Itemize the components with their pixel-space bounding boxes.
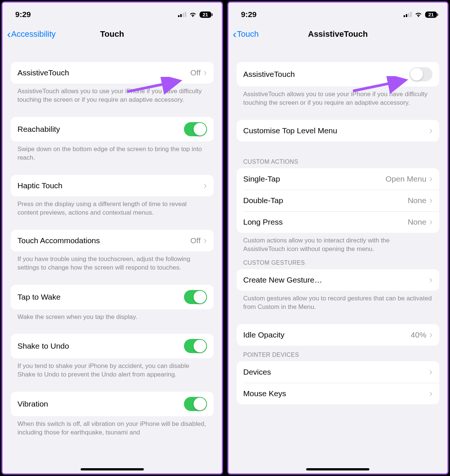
status-icons: 21 [404, 12, 437, 18]
cellular-icon [404, 12, 412, 17]
row-value: 40% [411, 330, 426, 339]
toggle-reachability[interactable] [184, 122, 207, 136]
row-label: Customise Top Level Menu [243, 126, 430, 135]
row-long-press[interactable]: Long Press None › [237, 211, 440, 233]
phone-left: 9:29 21 ‹ Accessibility Touch AssistiveT… [1, 1, 223, 475]
row-label: Mouse Keys [243, 389, 430, 398]
row-assistivetouch-toggle[interactable]: AssistiveTouch [237, 62, 440, 87]
row-vibration[interactable]: Vibration [11, 392, 214, 416]
back-button[interactable]: ‹ Touch [233, 29, 259, 39]
group-reach: Reachability [11, 117, 214, 141]
group-custom-actions: Single-Tap Open Menu › Double-Tap None ›… [237, 168, 440, 233]
row-single-tap[interactable]: Single-Tap Open Menu › [237, 168, 440, 190]
nav-bar: ‹ Touch AssistiveTouch [229, 23, 448, 46]
content-right[interactable]: AssistiveTouch AssistiveTouch allows you… [229, 46, 448, 473]
row-customise-menu[interactable]: Customise Top Level Menu › [237, 120, 440, 141]
chevron-right-icon: › [429, 198, 433, 203]
section-header-custom-actions: CUSTOM ACTIONS [237, 153, 440, 168]
row-label: Touch Accommodations [17, 236, 190, 245]
chevron-right-icon: › [429, 128, 433, 134]
group-accom: Touch Accommodations Off › [11, 230, 214, 251]
row-touchaccommodations[interactable]: Touch Accommodations Off › [11, 230, 214, 251]
toggle-assistivetouch[interactable] [409, 67, 433, 81]
footer-shake: If you tend to shake your iPhone by acci… [11, 358, 214, 379]
row-double-tap[interactable]: Double-Tap None › [237, 190, 440, 211]
content-left[interactable]: AssistiveTouch Off › AssistiveTouch allo… [3, 46, 222, 473]
row-value: None [408, 218, 426, 226]
row-label: Create New Gesture… [243, 276, 430, 284]
row-shaketoundo[interactable]: Shake to Undo [11, 334, 214, 358]
footer-haptic: Press on the display using a different l… [11, 196, 214, 217]
chevron-right-icon: › [429, 332, 433, 338]
chevron-left-icon: ‹ [7, 30, 11, 39]
chevron-right-icon: › [204, 70, 207, 76]
row-value: Open Menu [386, 175, 427, 183]
group-customise: Customise Top Level Menu › [237, 120, 440, 141]
group-pointer: Devices › Mouse Keys › [237, 361, 440, 404]
status-time: 9:29 [241, 10, 257, 19]
toggle-taptowake[interactable] [184, 290, 207, 304]
footer-custom-gestures: Custom gestures allow you to record gest… [237, 291, 440, 312]
footer-accom: If you have trouble using the touchscree… [11, 251, 214, 272]
section-header-custom-gestures: CUSTOM GESTURES [237, 254, 440, 269]
group-shake: Shake to Undo [11, 334, 214, 358]
page-title: AssistiveTouch [229, 29, 448, 39]
row-value: None [408, 196, 426, 205]
row-label: AssistiveTouch [243, 70, 410, 79]
group-tapwake: Tap to Wake [11, 285, 214, 309]
row-create-gesture[interactable]: Create New Gesture… › [237, 269, 440, 291]
nav-bar: ‹ Accessibility Touch [3, 23, 222, 46]
back-label: Accessibility [11, 29, 56, 39]
battery-icon: 21 [200, 12, 211, 18]
row-value: Off [190, 236, 201, 245]
footer-assistive: AssistiveTouch allows you to use your iP… [11, 84, 214, 104]
status-time: 9:29 [15, 10, 31, 19]
row-label: AssistiveTouch [17, 68, 190, 77]
row-assistivetouch[interactable]: AssistiveTouch Off › [11, 62, 214, 84]
row-reachability[interactable]: Reachability [11, 117, 214, 141]
row-label: Double-Tap [243, 196, 408, 205]
row-haptictouch[interactable]: Haptic Touch › [11, 175, 214, 196]
row-label: Idle Opacity [243, 330, 411, 339]
home-indicator [306, 468, 369, 470]
chevron-right-icon: › [204, 238, 207, 244]
chevron-right-icon: › [429, 391, 433, 397]
section-header-pointer: POINTER DEVICES [237, 346, 440, 361]
row-taptowake[interactable]: Tap to Wake [11, 285, 214, 309]
row-label: Reachability [17, 125, 184, 134]
battery-icon: 21 [425, 12, 437, 18]
footer-vibration: When this switch is off, all vibration o… [11, 416, 214, 437]
footer-assistive: AssistiveTouch allows you to use your iP… [237, 87, 440, 107]
chevron-right-icon: › [429, 176, 433, 182]
row-devices[interactable]: Devices › [237, 361, 440, 383]
group-custom-gestures: Create New Gesture… › [237, 269, 440, 291]
chevron-right-icon: › [429, 219, 433, 225]
footer-tapwake: Wake the screen when you tap the display… [11, 309, 214, 322]
row-label: Tap to Wake [17, 293, 184, 301]
row-idle-opacity[interactable]: Idle Opacity 40% › [237, 324, 440, 346]
row-label: Shake to Undo [17, 342, 184, 351]
row-label: Vibration [17, 400, 184, 408]
row-mouse-keys[interactable]: Mouse Keys › [237, 383, 440, 404]
status-bar: 9:29 21 [229, 3, 448, 23]
group-assistive: AssistiveTouch Off › [11, 62, 214, 84]
home-indicator [81, 468, 144, 470]
toggle-shaketoundo[interactable] [184, 339, 207, 353]
group-assistive-main: AssistiveTouch [237, 62, 440, 87]
row-label: Long Press [243, 218, 408, 226]
footer-reach: Swipe down on the bottom edge of the scr… [11, 141, 214, 162]
back-label: Touch [237, 29, 259, 39]
wifi-icon [414, 12, 423, 17]
toggle-vibration[interactable] [184, 397, 207, 411]
phone-right: 9:29 21 ‹ Touch AssistiveTouch Assistive… [227, 1, 449, 475]
row-label: Single-Tap [243, 175, 386, 183]
back-button[interactable]: ‹ Accessibility [7, 29, 56, 39]
chevron-right-icon: › [429, 369, 433, 375]
chevron-left-icon: ‹ [233, 30, 237, 39]
status-bar: 9:29 21 [3, 3, 222, 23]
row-label: Haptic Touch [17, 181, 204, 190]
status-icons: 21 [178, 12, 211, 18]
chevron-right-icon: › [429, 277, 433, 283]
footer-custom-actions: Custom actions allow you to interact dir… [237, 233, 440, 254]
row-label: Devices [243, 368, 430, 376]
